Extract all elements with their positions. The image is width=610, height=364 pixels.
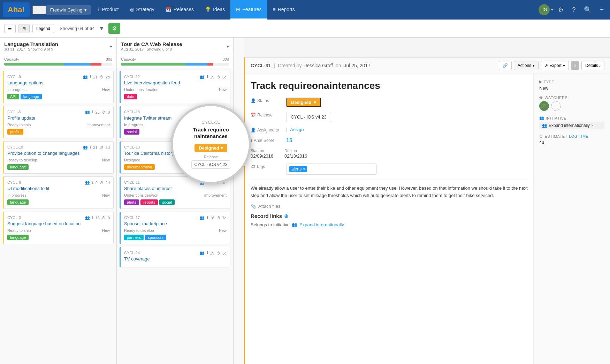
count1: 21: [93, 145, 98, 150]
log-time-link[interactable]: Log time: [569, 134, 588, 138]
start-on-block: Start on 02/09/2016: [251, 149, 273, 159]
assign-link[interactable]: Assign: [290, 127, 304, 132]
tag[interactable]: language: [7, 235, 29, 240]
type-section-title: ▶ Type: [539, 79, 604, 84]
mag-title: Track requireonaintenances: [191, 126, 231, 140]
card-id: CYCL-5: [7, 110, 21, 114]
card-title[interactable]: Live interview question feed: [124, 80, 227, 85]
tag[interactable]: reports: [140, 199, 158, 205]
type-value: New: [539, 85, 604, 91]
settings-button[interactable]: ⚙: [555, 3, 567, 16]
status-icon: 👤: [251, 98, 256, 103]
status-label: 👤 Status: [251, 98, 282, 103]
tag-remove-icon[interactable]: ×: [303, 167, 305, 171]
card-id: CYCL-9: [7, 75, 21, 79]
tag[interactable]: alerts: [124, 199, 139, 205]
eye-icon: 👁: [539, 96, 543, 100]
initiative-section-icon: 👥: [539, 116, 544, 120]
avatar[interactable]: JG: [539, 4, 550, 15]
initiative-remove-icon[interactable]: ×: [591, 123, 594, 128]
release-label-col: 📅 Release: [251, 112, 282, 117]
detail-created-by: Jessica Groff: [304, 63, 333, 68]
card-tags: API language: [7, 94, 110, 99]
card-title[interactable]: Provide option to change languages: [7, 151, 110, 156]
card-title[interactable]: TV coverage: [124, 256, 227, 261]
col-dropdown-0[interactable]: ▾: [110, 44, 112, 49]
actions-button[interactable]: Actions ▾: [514, 61, 539, 70]
nav-item-ideas[interactable]: 💡 Ideas: [199, 0, 230, 20]
close-button[interactable]: ×: [571, 61, 579, 70]
card-title[interactable]: Language options: [7, 80, 110, 85]
info-icon: ℹ: [92, 180, 93, 185]
view-list-button[interactable]: ☰: [4, 24, 16, 33]
settings-green-button[interactable]: ⚙: [108, 23, 120, 34]
tag[interactable]: social: [124, 129, 139, 135]
tag[interactable]: documentation: [124, 164, 155, 170]
tag[interactable]: sponsors: [145, 235, 166, 240]
add-watcher-button[interactable]: +: [551, 101, 561, 111]
release-label-text: Release: [257, 113, 273, 117]
tag[interactable]: language: [7, 199, 29, 205]
help-button[interactable]: ?: [569, 3, 579, 16]
attach-label[interactable]: Attach files: [258, 204, 281, 209]
col-title-0: Language Translation: [4, 41, 58, 47]
record-links-add-icon[interactable]: ⊕: [284, 213, 289, 219]
strategy-icon: ◎: [130, 7, 134, 12]
tags-input[interactable]: alerts ×: [286, 164, 377, 175]
card-title[interactable]: Suggest language based on location: [7, 221, 110, 226]
belongs-to-link[interactable]: Expand internationally: [299, 222, 344, 227]
card-title[interactable]: UI modifications to fit: [7, 186, 110, 191]
col-date-0: Jul 31, 2017: [4, 47, 25, 51]
due-on-value[interactable]: 02/13/2016: [284, 153, 307, 159]
count2: 3d: [222, 75, 227, 79]
col-date-1: Aug 31, 2017: [121, 47, 144, 51]
card-title[interactable]: Profile update: [7, 115, 110, 121]
card-icons: 👥 ℹ 16 ⏱ 0: [85, 215, 110, 220]
card-type: Improvement: [87, 123, 110, 127]
info-icon: ℹ: [90, 145, 91, 150]
tag[interactable]: language: [21, 94, 42, 99]
release-value[interactable]: CYCL - iOS v4.23: [286, 112, 331, 122]
workspace-selector[interactable]: Fredwin Cycling ▾: [46, 5, 91, 15]
search-button[interactable]: 🔍: [580, 3, 595, 16]
kanban-col-language-translation: Language Translation Jul 31, 2017 Showin…: [0, 38, 117, 364]
tag[interactable]: social: [159, 199, 175, 205]
add-button[interactable]: +: [596, 3, 607, 16]
nav-item-reports[interactable]: ≡ Reports: [267, 0, 300, 20]
start-on-value[interactable]: 02/09/2016: [251, 153, 273, 159]
assigned-value: | Assign: [286, 127, 304, 132]
people-icon: 👥: [85, 215, 90, 220]
tag[interactable]: API: [7, 94, 19, 99]
card-icons: 👥 ℹ 25 ⏱ 0: [85, 110, 110, 114]
link-button[interactable]: 🔗: [499, 61, 512, 70]
score-value[interactable]: 15: [286, 137, 292, 144]
tag[interactable]: profile: [7, 129, 23, 135]
status-badge[interactable]: Designed ▾: [286, 98, 321, 107]
tag[interactable]: data: [124, 94, 137, 99]
view-grid-button[interactable]: ⊞: [18, 24, 30, 33]
nav-item-releases[interactable]: 📅 Releases: [160, 0, 199, 20]
actions-label: Actions: [518, 63, 531, 68]
nav-item-product[interactable]: ℹ Product: [92, 0, 124, 20]
tag[interactable]: partners: [124, 235, 144, 240]
toolbar: ☰ ⊞ Legend Showing 64 of 64 ▼ ⚙: [0, 20, 610, 38]
card-id: CYCL-17: [124, 215, 140, 220]
count1: 15: [210, 75, 214, 79]
nav-item-strategy[interactable]: ◎ Strategy: [124, 0, 160, 20]
home-button[interactable]: ⌂: [32, 6, 46, 14]
workspace-label: Fredwin Cycling: [50, 7, 82, 13]
chevron-down-icon: ▾: [84, 7, 87, 13]
details-button[interactable]: Details ›: [581, 61, 604, 70]
logo[interactable]: Aha!: [3, 2, 30, 17]
filter-button[interactable]: ▼: [98, 24, 106, 33]
card-title[interactable]: Share places of interest: [124, 186, 227, 191]
card-cycl-5: CYCL-5 👥 ℹ 25 ⏱ 0 Profile update Ready t…: [3, 106, 114, 138]
legend-button[interactable]: Legend: [32, 24, 54, 33]
card-title[interactable]: Sponsor marketplace: [124, 221, 227, 226]
tag[interactable]: language: [7, 164, 29, 170]
nav-label-strategy: Strategy: [136, 7, 154, 12]
card-status: Under consideration: [124, 193, 158, 197]
export-button[interactable]: ↗ Export ▾: [541, 61, 569, 70]
col-dropdown-1[interactable]: ▾: [227, 44, 229, 49]
nav-item-features[interactable]: ⊞ Features: [230, 0, 267, 20]
